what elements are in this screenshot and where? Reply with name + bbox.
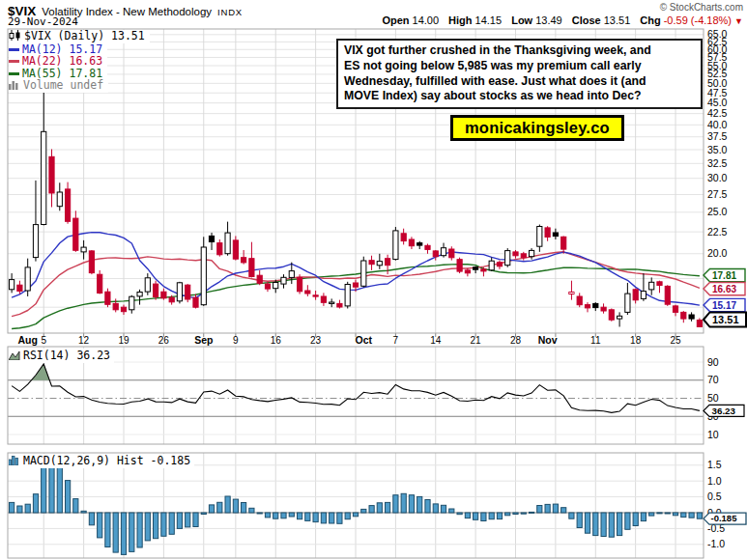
- candle: [105, 289, 110, 308]
- quote-row: Open14.00 High14.15 Low13.49 Close13.51 …: [375, 14, 743, 26]
- candle: [313, 291, 318, 300]
- candle-body: [665, 286, 670, 304]
- candle-body: [105, 292, 110, 304]
- macd-bar: [633, 513, 638, 526]
- candle-body: [393, 231, 398, 260]
- candle-body: [265, 284, 270, 289]
- candle: [449, 246, 454, 260]
- macd-bar: [298, 513, 302, 519]
- candle-body: [81, 247, 86, 252]
- date-axis-label: 9: [233, 335, 239, 346]
- candle-body: [625, 294, 630, 312]
- candle-body: [249, 259, 254, 277]
- date-axis-label: 14: [430, 335, 442, 346]
- rsi-axis-label: 10: [707, 429, 719, 440]
- candle: [361, 257, 366, 288]
- low-label: Low: [511, 14, 532, 26]
- candle-body: [618, 316, 622, 319]
- macd-axis-label: -1.0: [707, 538, 725, 549]
- candle-body: [513, 252, 518, 256]
- price-axis-label: 27.5: [707, 188, 728, 200]
- ma22-line-icon: [9, 60, 19, 63]
- macd-bar: [553, 504, 558, 513]
- candle: [649, 277, 654, 294]
- price-tag-label: 13.51: [712, 314, 739, 325]
- candle: [89, 250, 94, 274]
- macd-bar: [545, 504, 550, 513]
- macd-bar: [657, 513, 662, 514]
- low-value: 13.49: [535, 14, 562, 26]
- price-axis-label: 22.5: [707, 226, 728, 238]
- candle-body: [553, 233, 558, 237]
- macd-bar: [561, 508, 566, 513]
- macd-bar: [449, 509, 454, 513]
- candle-body: [521, 254, 526, 258]
- candle: [537, 225, 542, 252]
- candle: [577, 293, 582, 307]
- rsi-label-row: RSI(14) 36.23: [9, 349, 114, 363]
- candle-body: [217, 243, 222, 255]
- price-axis-label: 25.0: [707, 206, 728, 217]
- date-axis-label: 26: [158, 335, 170, 346]
- legend-main-label: $VIX (Daily): [24, 29, 104, 42]
- macd-bar: [513, 513, 518, 515]
- candle: [161, 289, 166, 300]
- candle: [145, 273, 150, 295]
- date-axis-label: 28: [510, 335, 522, 346]
- candle-body: [233, 240, 238, 259]
- candle-body: [177, 283, 182, 301]
- area-chart-icon: [9, 350, 20, 363]
- high-label: High: [448, 14, 472, 26]
- macd-bar: [242, 503, 246, 514]
- symbol-exchange: INDX: [217, 7, 243, 17]
- candle-body: [113, 303, 118, 309]
- candle: [665, 285, 670, 306]
- candle: [497, 261, 502, 269]
- candle: [609, 308, 614, 321]
- date-axis-label: 25: [670, 335, 681, 346]
- ma12-line-icon: [9, 48, 19, 51]
- macd-bar: [193, 513, 198, 527]
- macd-bar: [609, 513, 614, 537]
- macd-bar: [305, 513, 310, 520]
- stockcharts-vix-chart: 65.062.560.057.555.052.550.047.545.042.5…: [0, 0, 747, 560]
- candle-body: [33, 225, 38, 258]
- candle-body: [697, 321, 702, 327]
- volume-icon: [9, 80, 20, 93]
- copyright: © StockCharts.com: [660, 2, 743, 13]
- candle-body: [321, 296, 326, 302]
- candle: [57, 182, 62, 210]
- macd-bar: [249, 508, 254, 513]
- chart-date: 29-Nov-2024: [8, 15, 78, 28]
- candle: [409, 237, 414, 249]
- candle-body: [98, 274, 102, 293]
- rsi-axis-label: 90: [707, 356, 719, 368]
- candle-body: [57, 192, 62, 207]
- price-axis-label: 20.0: [707, 247, 728, 259]
- macd-bar: [641, 513, 646, 521]
- candle-body: [489, 261, 494, 270]
- candle: [242, 250, 246, 265]
- macd-bar: [353, 513, 358, 517]
- candle-body: [209, 236, 214, 241]
- candle-body: [273, 283, 278, 289]
- macd-bar: [425, 500, 430, 514]
- candle-body: [497, 263, 502, 266]
- rsi-axis-label: 70: [707, 374, 719, 385]
- close-label: Close: [572, 14, 601, 26]
- macd-bar: [489, 513, 494, 519]
- macd-label-row: MACD(12,26,9) Hist -0.185: [9, 454, 194, 468]
- candle-body: [561, 237, 566, 249]
- macd-bar: [154, 513, 158, 539]
- macd-bar: [145, 513, 150, 541]
- candle: [281, 274, 286, 289]
- macd-tag-label: -0.185: [711, 513, 738, 523]
- candle: [369, 256, 374, 270]
- annotation-line: Wednesday, fulfilled with ease. Just wha…: [344, 74, 695, 90]
- macd-bar: [137, 513, 142, 547]
- candle-body: [353, 283, 358, 287]
- macd-bar: [593, 513, 598, 536]
- candle: [465, 268, 470, 277]
- macd-bar: [457, 513, 462, 515]
- candle: [641, 273, 646, 301]
